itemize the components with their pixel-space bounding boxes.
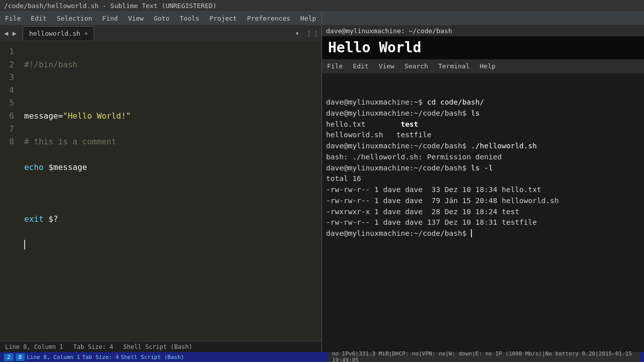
editor-menu-item-preferences[interactable]: Preferences	[242, 13, 295, 24]
editor-menu-item-selection[interactable]: Selection	[52, 13, 97, 24]
terminal-line: dave@mylinuxmachine:~/code/bash$ ./hello…	[326, 141, 640, 152]
terminal-menu-item-terminal[interactable]: Terminal	[433, 60, 475, 72]
line-numbers: 1 2 3 4 5 6 7 8	[0, 41, 20, 341]
editor-menu-item-view[interactable]: View	[123, 13, 148, 24]
tab-prev-arrow[interactable]: ◀	[2, 28, 10, 38]
terminal-menu-item-edit[interactable]: Edit	[348, 60, 373, 72]
terminal-menu-item-search[interactable]: Search	[399, 60, 433, 72]
terminal-line: dave@mylinuxmachine:~/code/bash$ ls	[326, 108, 640, 119]
editor-menu-bar: FileEditSelectionFindViewGotoToolsProjec…	[0, 13, 322, 24]
bottom-tab-size: Tab Size: 4	[82, 354, 119, 360]
tab-close-button[interactable]: ×	[85, 30, 88, 37]
terminal-hello-world: Hello World	[322, 36, 644, 59]
terminal-output[interactable]: dave@mylinuxmachine:~$ cd code/bash/dave…	[322, 73, 644, 352]
editor-status-bar: Line 8, Column 1 Tab Size: 4 Shell Scrip…	[0, 341, 321, 352]
minimap-button[interactable]: ⋮⋮	[305, 29, 319, 37]
status-indicator-1: 2	[4, 353, 14, 361]
terminal-line: -rw-rw-r-- 1 dave dave 79 Jän 15 20:48 h…	[326, 196, 640, 207]
editor-menu-item-find[interactable]: Find	[97, 13, 123, 24]
terminal-menu-item-view[interactable]: View	[374, 60, 399, 72]
main-content: ◀ ▶ helloworld.sh × ▾ ⋮⋮ 1 2 3 4 5 6 7 8…	[0, 25, 644, 352]
system-info: no IPv6|331.3 MiB|DHCP: no|VPN: no|W: do…	[332, 350, 636, 362]
code-area[interactable]: 1 2 3 4 5 6 7 8 #!/bin/bash message="Hel…	[0, 41, 321, 341]
terminal-line: dave@mylinuxmachine:~/code/bash$	[326, 228, 640, 239]
terminal-line: -rw-rw-r-- 1 dave dave 137 Dez 10 18:31 …	[326, 217, 640, 228]
terminal-title-bar: dave@mylinuxmachine: ~/code/bash	[322, 25, 644, 36]
tab-filename: helloworld.sh	[29, 30, 80, 37]
terminal-line: -rw-rw-r-- 1 dave dave 33 Dez 10 18:34 h…	[326, 185, 640, 196]
terminal-line: dave@mylinuxmachine:~/code/bash$ ls -l	[326, 163, 640, 174]
terminal-line: helloworld.sh testfile	[326, 130, 640, 141]
editor-menu-item-help[interactable]: Help	[295, 13, 321, 24]
editor-menu-item-file[interactable]: File	[0, 13, 26, 24]
menu-bar: FileEditSelectionFindViewGotoToolsProjec…	[0, 11, 644, 25]
bottom-left-status: 2 8 Line 8, Column 1 Tab Size: 4 Shell S…	[4, 353, 326, 361]
status-indicator-2: 8	[16, 353, 25, 361]
terminal-menu-item-file[interactable]: File	[322, 60, 348, 72]
cursor-position: Line 8, Column 1	[5, 343, 63, 350]
terminal-title-text: dave@mylinuxmachine: ~/code/bash	[326, 27, 452, 35]
tab-next-arrow[interactable]: ▶	[10, 28, 18, 38]
bottom-status-bar: 2 8 Line 8, Column 1 Tab Size: 4 Shell S…	[0, 352, 644, 362]
terminal-menu-item-help[interactable]: Help	[475, 60, 501, 72]
tab-bar: ◀ ▶ helloworld.sh × ▾ ⋮⋮	[0, 25, 321, 41]
terminal-line: total 16	[326, 173, 640, 185]
editor-menu-item-tools[interactable]: Tools	[175, 13, 204, 24]
terminal-line: dave@mylinuxmachine:~$ cd code/bash/	[326, 97, 640, 108]
terminal-menu-bar: FileEditViewSearchTerminalHelp	[322, 59, 644, 73]
tab-nav: ◀ ▶	[2, 28, 19, 38]
bottom-right-status: no IPv6|331.3 MiB|DHCP: no|VPN: no|W: do…	[328, 352, 640, 362]
terminal-panel: dave@mylinuxmachine: ~/code/bash Hello W…	[322, 25, 644, 352]
tab-size-indicator: Tab Size: 4	[73, 343, 113, 350]
editor-tab[interactable]: helloworld.sh ×	[23, 26, 94, 40]
code-editor[interactable]: #!/bin/bash message="Hello World!" # thi…	[20, 41, 321, 341]
terminal-line: bash: ./helloworld.sh: Permission denied	[326, 152, 640, 163]
title-bar: /code/bash/helloworld.sh - Sublime Text …	[0, 0, 644, 11]
editor-menu-item-project[interactable]: Project	[204, 13, 242, 24]
bottom-position: Line 8, Column 1	[27, 354, 80, 360]
editor-menu-item-goto[interactable]: Goto	[149, 13, 175, 24]
terminal-line: hello.txt test	[326, 119, 640, 130]
editor-panel: ◀ ▶ helloworld.sh × ▾ ⋮⋮ 1 2 3 4 5 6 7 8…	[0, 25, 322, 352]
bottom-language: Shell Script (Bash)	[121, 354, 184, 360]
terminal-line: -rwxrwxr-x 1 dave dave 28 Dez 10 18:24 t…	[326, 207, 640, 218]
editor-menu-item-edit[interactable]: Edit	[26, 13, 51, 24]
title-text: /code/bash/helloworld.sh - Sublime Text …	[4, 2, 217, 10]
tab-dropdown[interactable]: ▾	[291, 27, 303, 39]
language-indicator: Shell Script (Bash)	[123, 343, 192, 350]
